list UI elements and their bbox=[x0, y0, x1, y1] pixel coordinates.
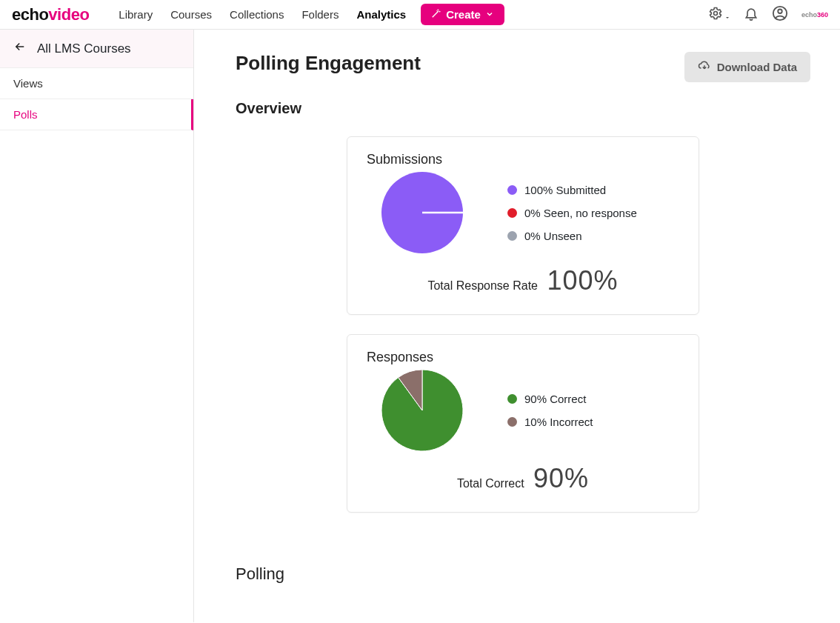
submissions-summary: Total Response Rate 100% bbox=[367, 265, 679, 296]
nav-item-analytics[interactable]: Analytics bbox=[356, 8, 406, 21]
bell-icon[interactable] bbox=[744, 6, 759, 24]
profile-icon[interactable] bbox=[772, 5, 788, 24]
brand-part1: echo bbox=[12, 5, 48, 24]
legend-label: 0% Seen, no response bbox=[524, 207, 637, 219]
sidebar-header-label: All LMS Courses bbox=[37, 41, 131, 56]
legend-swatch bbox=[507, 394, 517, 404]
nav-item-collections[interactable]: Collections bbox=[230, 8, 284, 21]
submissions-summary-value: 100% bbox=[547, 265, 618, 296]
main-content: Polling Engagement Download Data Overvie… bbox=[194, 30, 840, 622]
overview-heading: Overview bbox=[236, 100, 810, 117]
gear-icon[interactable] bbox=[708, 6, 730, 24]
legend-swatch bbox=[507, 417, 517, 427]
sidebar: All LMS Courses ViewsPolls bbox=[0, 30, 194, 622]
download-label: Download Data bbox=[717, 61, 797, 73]
top-nav: echovideo LibraryCoursesCollectionsFolde… bbox=[0, 0, 840, 30]
legend-item: 10% Incorrect bbox=[507, 416, 593, 428]
legend-label: 10% Incorrect bbox=[524, 416, 593, 428]
sidebar-back-all-courses[interactable]: All LMS Courses bbox=[0, 30, 193, 68]
submissions-pie bbox=[367, 172, 478, 253]
legend-label: 0% Unseen bbox=[524, 230, 582, 242]
nav-item-library[interactable]: Library bbox=[119, 8, 153, 21]
responses-pie bbox=[367, 370, 478, 451]
top-icons: echo360 bbox=[708, 5, 829, 24]
mini-brand: echo360 bbox=[801, 11, 828, 19]
responses-card: Responses 90% Correct10% Incorrect Total… bbox=[347, 334, 699, 513]
page-title: Polling Engagement bbox=[236, 52, 421, 75]
legend-item: 0% Seen, no response bbox=[507, 207, 637, 219]
responses-summary-label: Total Correct bbox=[457, 477, 524, 490]
legend-item: 0% Unseen bbox=[507, 230, 637, 242]
legend-label: 100% Submitted bbox=[524, 184, 606, 196]
create-label: Create bbox=[446, 8, 481, 21]
svg-point-0 bbox=[713, 11, 717, 15]
submissions-title: Submissions bbox=[367, 152, 679, 167]
legend-swatch bbox=[507, 231, 517, 241]
legend-swatch bbox=[507, 185, 517, 195]
cloud-download-icon bbox=[698, 59, 711, 75]
responses-summary-value: 90% bbox=[533, 463, 589, 493]
arrow-left-icon bbox=[13, 40, 27, 57]
wand-icon bbox=[431, 8, 441, 21]
chevron-down-icon bbox=[485, 8, 494, 21]
responses-title: Responses bbox=[367, 350, 679, 365]
brand-logo[interactable]: echovideo bbox=[12, 5, 89, 24]
sidebar-item-polls[interactable]: Polls bbox=[0, 99, 193, 130]
submissions-card: Submissions 100% Submitted0% Seen, no re… bbox=[347, 136, 699, 315]
legend-item: 100% Submitted bbox=[507, 184, 637, 196]
nav-links: LibraryCoursesCollectionsFoldersAnalytic… bbox=[119, 8, 406, 21]
nav-item-courses[interactable]: Courses bbox=[170, 8, 212, 21]
submissions-summary-label: Total Response Rate bbox=[427, 279, 538, 292]
submissions-legend: 100% Submitted0% Seen, no response0% Uns… bbox=[507, 184, 637, 242]
sidebar-item-views[interactable]: Views bbox=[0, 68, 193, 99]
legend-swatch bbox=[507, 208, 517, 218]
download-data-button[interactable]: Download Data bbox=[684, 52, 810, 82]
responses-summary: Total Correct 90% bbox=[367, 463, 679, 494]
legend-item: 90% Correct bbox=[507, 393, 593, 405]
brand-part2: video bbox=[48, 5, 89, 24]
legend-label: 90% Correct bbox=[524, 393, 586, 405]
polling-heading: Polling bbox=[236, 564, 810, 584]
responses-legend: 90% Correct10% Incorrect bbox=[507, 393, 593, 428]
create-button[interactable]: Create bbox=[421, 4, 504, 25]
nav-item-folders[interactable]: Folders bbox=[301, 8, 339, 21]
svg-point-2 bbox=[778, 9, 782, 13]
